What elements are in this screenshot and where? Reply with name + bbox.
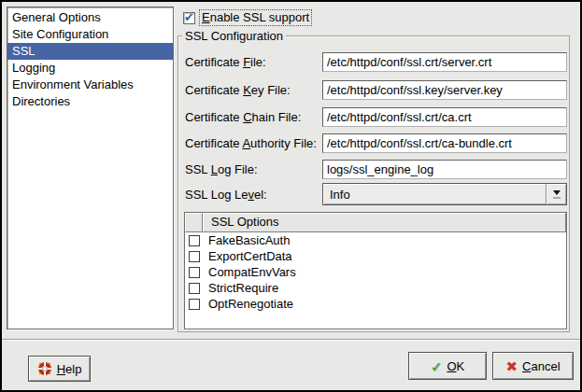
- ssl-option-checkbox-exportcertdata[interactable]: ✔: [189, 251, 200, 262]
- sidebar-item-ssl[interactable]: SSL: [7, 43, 173, 60]
- ssl-log-file-label: SSL Log File:: [185, 160, 258, 179]
- ssl-options-table: SSL Options ✔ FakeBasicAuth ✔ ExportCert…: [184, 212, 567, 329]
- sidebar-item-directories[interactable]: Directories: [7, 93, 173, 110]
- ssl-option-label: ExportCertData: [208, 248, 292, 264]
- checkmark-icon: ✔: [184, 10, 194, 24]
- sidebar-item-logging[interactable]: Logging: [7, 60, 173, 77]
- enable-ssl-label[interactable]: Enable SSL support: [199, 9, 312, 26]
- certificate-key-file-label: Certificate Key File:: [185, 80, 291, 100]
- certificate-chain-file-label: Certificate Chain File:: [185, 107, 301, 127]
- certificate-authority-file-label: Certificate Authority File:: [185, 133, 317, 153]
- certificate-key-file-input[interactable]: [322, 80, 567, 100]
- ssl-option-row: ✔ CompatEnvVars: [185, 264, 566, 280]
- ssl-option-row: ✔ OptRenegotiate: [185, 296, 566, 312]
- sidebar-item-environment-variables[interactable]: Environment Variables: [7, 77, 173, 93]
- category-list: General Options Site Configuration SSL L…: [7, 7, 174, 329]
- button-area-separator: [2, 339, 580, 341]
- certificate-file-label: Certificate File:: [185, 52, 266, 72]
- ssl-option-row: ✔ ExportCertData: [185, 248, 566, 264]
- certificate-authority-file-input[interactable]: [322, 133, 567, 153]
- ssl-options-column-header[interactable]: SSL Options: [203, 213, 566, 232]
- combo-arrow-button[interactable]: [546, 184, 566, 204]
- enable-ssl-checkbox[interactable]: ✔: [183, 12, 195, 24]
- certificate-file-input[interactable]: [322, 52, 567, 72]
- ssl-option-label: FakeBasicAuth: [208, 232, 290, 248]
- ssl-option-checkbox-strictrequire[interactable]: ✔: [189, 283, 200, 294]
- ssl-option-label: CompatEnvVars: [208, 264, 296, 280]
- ssl-log-file-input[interactable]: [322, 160, 567, 179]
- ssl-configuration-frame-title: SSL Configuration: [182, 29, 286, 43]
- sidebar-item-general-options[interactable]: General Options: [7, 9, 173, 26]
- ssl-options-table-header: SSL Options: [185, 213, 566, 232]
- ssl-log-level-label: SSL Log Level:: [185, 185, 267, 204]
- ssl-option-checkbox-fakebasicauth[interactable]: ✔: [189, 235, 200, 246]
- ssl-option-row: ✔ FakeBasicAuth: [185, 232, 566, 248]
- arrow-dash: [553, 197, 561, 199]
- sidebar-item-site-configuration[interactable]: Site Configuration: [7, 26, 173, 43]
- ssl-option-checkbox-compatenvvars[interactable]: ✔: [189, 267, 200, 278]
- ssl-option-label: OptRenegotiate: [208, 296, 293, 312]
- down-arrow-icon: [553, 190, 561, 195]
- cancel-button[interactable]: ✖ Cancel: [492, 352, 574, 380]
- ssl-option-label: StrictRequire: [208, 280, 278, 296]
- red-x-icon: ✖: [505, 359, 518, 373]
- httpd-config-window: General Options Site Configuration SSL L…: [0, 0, 582, 392]
- ssl-option-checkbox-optrenegotiate[interactable]: ✔: [189, 299, 200, 310]
- ssl-log-level-select[interactable]: Info: [322, 183, 567, 205]
- certificate-chain-file-input[interactable]: [322, 107, 567, 127]
- ssl-option-row: ✔ StrictRequire: [185, 280, 566, 296]
- ok-button[interactable]: ✓ OK: [408, 352, 487, 380]
- lifebuoy-icon: [37, 361, 52, 376]
- ssl-log-level-value: Info: [323, 188, 546, 202]
- checkbox-column-header[interactable]: [185, 213, 203, 232]
- green-checkmark-icon: ✓: [431, 359, 443, 373]
- help-button[interactable]: Help: [28, 356, 91, 382]
- enable-ssl-row: ✔ Enable SSL support: [183, 8, 312, 27]
